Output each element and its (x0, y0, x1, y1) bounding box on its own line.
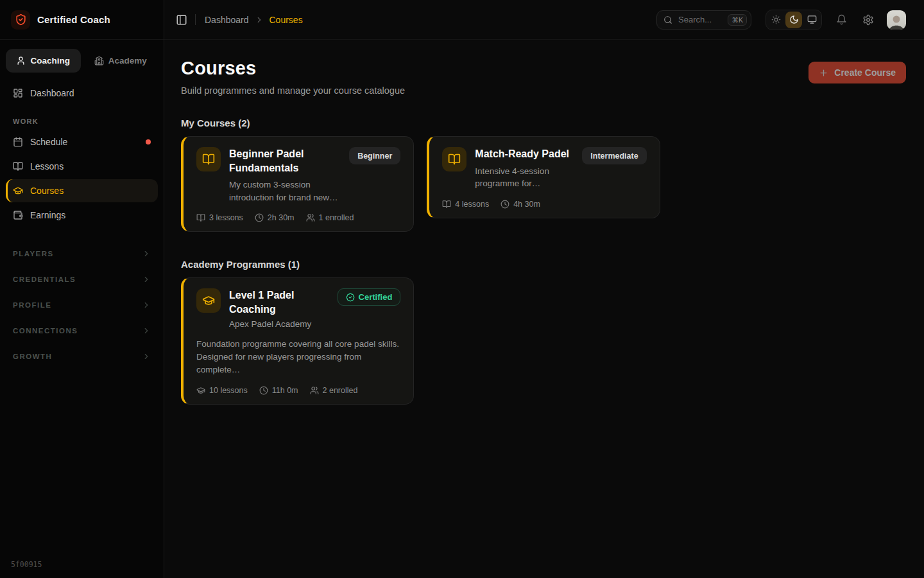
theme-light-button[interactable] (767, 12, 784, 28)
chevron-right-icon (142, 352, 151, 361)
course-description: My custom 3-session introduction for bra… (229, 179, 341, 204)
calendar-icon (13, 137, 23, 147)
lessons-count: 3 lessons (196, 213, 243, 222)
brand-name: Certified Coach (37, 14, 110, 25)
programme-card-level-1-padel-coaching[interactable]: Level 1 Padel Coaching Apex Padel Academ… (181, 277, 414, 405)
search-shortcut-kbd: ⌘K (728, 14, 747, 26)
create-course-button[interactable]: Create Course (809, 62, 906, 83)
breadcrumb-courses: Courses (270, 15, 303, 25)
clock-icon (501, 200, 509, 209)
enrolled-count: 2 enrolled (310, 386, 358, 395)
course-description: Intensive 4-session programme for… (475, 165, 574, 190)
search-icon (663, 15, 672, 24)
theme-system-button[interactable] (803, 12, 820, 28)
create-course-label: Create Course (834, 67, 896, 78)
app-root: Certified Coach Coaching Academy Dashboa… (0, 0, 924, 578)
sidebar-mode-tabs: Coaching Academy (6, 49, 158, 73)
programme-meta: 10 lessons 11h 0m 2 enrolled (196, 386, 400, 395)
user-icon (16, 56, 26, 66)
sidebar-item-lessons[interactable]: Lessons (6, 155, 158, 178)
course-card-beginner-padel-fundamentals[interactable]: Beginner Padel Fundamentals My custom 3-… (181, 136, 414, 232)
card-titles: Level 1 Padel Coaching Apex Padel Academ… (229, 288, 329, 328)
duration: 11h 0m (259, 386, 298, 395)
card-top: Level 1 Padel Coaching Apex Padel Academ… (196, 288, 400, 328)
monitor-icon (807, 15, 817, 24)
settings-button[interactable] (862, 14, 874, 26)
clock-icon (255, 213, 264, 222)
sidebar-item-schedule[interactable]: Schedule (6, 130, 158, 153)
course-title: Beginner Padel Fundamentals (229, 147, 341, 175)
chevron-right-icon (255, 15, 264, 24)
programme-title: Level 1 Padel Coaching (229, 288, 329, 316)
sidebar-item-earnings[interactable]: Earnings (6, 204, 158, 227)
course-meta: 4 lessons 4h 30m (442, 200, 646, 209)
wallet-icon (13, 210, 23, 220)
card-top: Beginner Padel Fundamentals My custom 3-… (196, 147, 400, 204)
my-courses-heading: My Courses (2) (181, 118, 906, 128)
sun-icon (771, 15, 781, 24)
page-head: Courses Build programmes and manage your… (181, 58, 906, 96)
nav-group-work-label: WORK (13, 118, 151, 125)
search-input[interactable] (677, 14, 723, 25)
breadcrumb: Dashboard Courses (205, 15, 303, 25)
tab-academy[interactable]: Academy (83, 49, 158, 73)
sidebar-section-players[interactable]: PLAYERS (0, 241, 164, 267)
page-title-block: Courses Build programmes and manage your… (181, 58, 405, 96)
user-avatar[interactable] (887, 10, 906, 30)
academy-programmes-grid: Level 1 Padel Coaching Apex Padel Academ… (181, 277, 906, 405)
chevron-right-icon (142, 301, 151, 310)
lessons-count: 10 lessons (196, 386, 248, 395)
shield-check-icon (11, 10, 30, 30)
sidebar-section-profile[interactable]: PROFILE (0, 292, 164, 318)
section-label: CONNECTIONS (13, 327, 78, 335)
course-title: Match-Ready Padel (475, 147, 574, 161)
sidebar-section-connections[interactable]: CONNECTIONS (0, 318, 164, 344)
book-open-icon (196, 213, 205, 222)
theme-dark-button[interactable] (785, 12, 802, 28)
section-label: PROFILE (13, 301, 51, 309)
sidebar-item-label: Schedule (30, 137, 67, 147)
course-meta: 3 lessons 2h 30m 1 enrolled (196, 213, 400, 222)
school-icon (94, 56, 104, 66)
level-badge: Intermediate (582, 147, 646, 164)
gear-icon (862, 14, 874, 26)
graduation-cap-icon (196, 386, 205, 395)
divider (195, 14, 196, 25)
sidebar-toggle-button[interactable] (176, 14, 187, 26)
notifications-button[interactable] (836, 14, 847, 25)
tab-coaching[interactable]: Coaching (6, 49, 81, 73)
chevron-right-icon (142, 249, 151, 258)
graduation-cap-icon (13, 186, 23, 196)
page-title: Courses (181, 58, 405, 79)
bell-icon (836, 14, 847, 25)
sidebar-item-label: Dashboard (30, 88, 74, 98)
sidebar-section-credentials[interactable]: CREDENTIALS (0, 267, 164, 292)
breadcrumb-dashboard[interactable]: Dashboard (205, 15, 249, 25)
sidebar-item-dashboard[interactable]: Dashboard (6, 82, 158, 105)
sidebar: Certified Coach Coaching Academy Dashboa… (0, 0, 164, 578)
chevron-right-icon (142, 275, 151, 284)
section-label: PLAYERS (13, 250, 54, 258)
card-titles: Beginner Padel Fundamentals My custom 3-… (229, 147, 341, 204)
users-icon (306, 213, 315, 222)
my-courses-grid: Beginner Padel Fundamentals My custom 3-… (181, 136, 906, 232)
sidebar-brand: Certified Coach (0, 0, 164, 40)
graduation-cap-icon (196, 288, 221, 313)
sidebar-section-growth[interactable]: GROWTH (0, 344, 164, 369)
book-open-icon (13, 161, 23, 171)
duration: 2h 30m (255, 213, 295, 222)
sidebar-item-label: Courses (30, 186, 64, 196)
plus-icon (819, 68, 828, 78)
level-badge: Beginner (349, 147, 400, 164)
search-box[interactable]: ⌘K (656, 10, 751, 30)
programme-description: Foundation programme covering all core p… (196, 338, 400, 377)
sidebar-nav: Dashboard WORK Schedule Lessons Courses … (0, 80, 164, 228)
course-card-match-ready-padel[interactable]: Match-Ready Padel Intensive 4-session pr… (427, 136, 660, 218)
sidebar-item-courses[interactable]: Courses (6, 179, 158, 202)
book-open-icon (442, 200, 451, 209)
book-open-icon (196, 147, 221, 171)
card-titles: Match-Ready Padel Intensive 4-session pr… (475, 147, 574, 190)
card-top: Match-Ready Padel Intensive 4-session pr… (442, 147, 646, 190)
certified-badge: Certified (338, 288, 401, 306)
main-area: Dashboard Courses ⌘K (164, 0, 924, 578)
